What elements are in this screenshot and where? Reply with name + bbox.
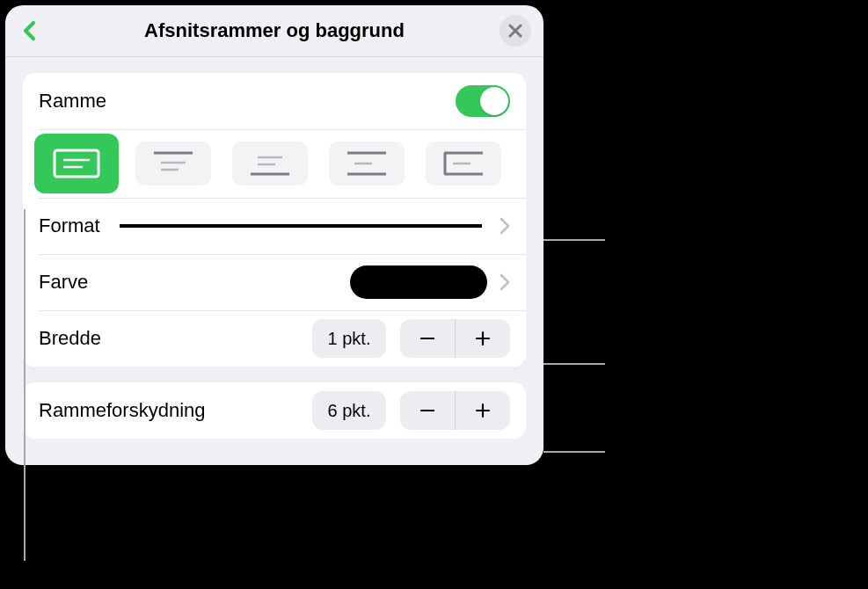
callout-line (543, 363, 605, 365)
bredde-minus-button[interactable] (400, 319, 455, 358)
border-top-bottom-icon (346, 150, 388, 177)
minus-icon (419, 402, 436, 419)
close-button[interactable] (500, 15, 531, 47)
border-left-icon (442, 150, 485, 177)
plus-icon (474, 402, 492, 419)
minus-icon (419, 330, 436, 347)
bredde-row: Bredde 1 pkt. (23, 310, 526, 367)
callout-line (24, 209, 26, 561)
bredde-stepper-buttons (400, 319, 510, 358)
offset-group: Rammeforskydning 6 pkt. (23, 382, 526, 439)
svg-rect-2 (55, 150, 98, 177)
offset-value[interactable]: 6 pkt. (312, 391, 386, 430)
border-box-icon (53, 149, 100, 178)
border-type-top-bottom[interactable] (329, 142, 405, 185)
border-type-left[interactable] (426, 142, 501, 185)
bredde-stepper: 1 pkt. (312, 319, 510, 358)
toggle-knob (480, 87, 508, 115)
panel-title: Afsnitsrammer og baggrund (144, 19, 405, 42)
offset-stepper-buttons (400, 391, 510, 430)
plus-icon (474, 330, 492, 347)
ramme-toggle[interactable] (456, 85, 510, 117)
back-button[interactable] (18, 18, 42, 43)
close-icon (508, 24, 522, 38)
border-type-top[interactable] (135, 142, 211, 185)
bredde-label: Bredde (39, 327, 101, 350)
offset-row: Rammeforskydning 6 pkt. (23, 382, 526, 439)
chevron-left-icon (22, 20, 38, 41)
callout-line (543, 239, 605, 241)
chevron-right-icon (500, 273, 510, 291)
format-row[interactable]: Format (23, 198, 526, 254)
border-type-list (23, 129, 517, 198)
border-type-bottom[interactable] (232, 142, 308, 185)
chevron-right-icon (500, 217, 510, 235)
offset-stepper: 6 pkt. (312, 391, 510, 430)
border-settings-group: Ramme (23, 73, 526, 367)
offset-plus-button[interactable] (455, 391, 510, 430)
ramme-label: Ramme (39, 90, 106, 113)
color-swatch (350, 265, 487, 299)
border-top-icon (152, 150, 194, 177)
farve-row[interactable]: Farve (23, 254, 526, 310)
line-style-preview (120, 224, 482, 228)
bredde-plus-button[interactable] (455, 319, 510, 358)
border-bottom-icon (249, 150, 291, 177)
border-type-row (23, 129, 526, 198)
ramme-row: Ramme (23, 73, 526, 129)
paragraph-borders-panel: Afsnitsrammer og baggrund Ramme (5, 5, 543, 465)
panel-header: Afsnitsrammer og baggrund (5, 5, 543, 57)
border-type-box[interactable] (34, 134, 119, 193)
format-label: Format (39, 215, 100, 237)
offset-minus-button[interactable] (400, 391, 455, 430)
callout-line (543, 451, 605, 453)
bredde-value[interactable]: 1 pkt. (312, 319, 386, 358)
offset-label: Rammeforskydning (39, 399, 206, 422)
farve-label: Farve (39, 271, 88, 294)
